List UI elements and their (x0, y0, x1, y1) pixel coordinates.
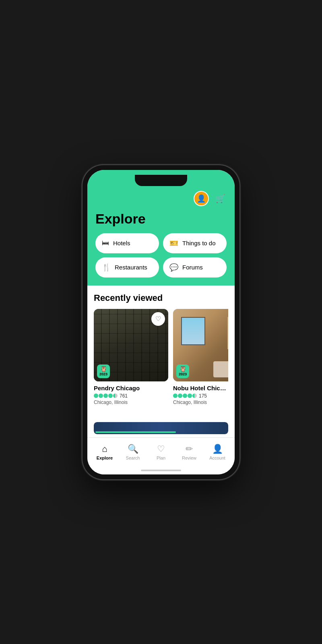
pendry-name: Pendry Chicago (94, 385, 168, 391)
nobu-location: Chicago, Illinois (173, 400, 228, 405)
star4 (108, 393, 113, 398)
nstar5 (192, 393, 197, 398)
review-nav-label: Review (182, 456, 196, 460)
room-window (181, 317, 205, 345)
explore-nav-label: Explore (97, 456, 113, 460)
avatar[interactable]: 👤 (194, 191, 209, 206)
nobu-image-wrap: 🦉 2023 (173, 309, 228, 381)
nobu-badge-year: 2023 (179, 373, 187, 377)
pendry-stars (94, 393, 118, 398)
nstar4 (188, 393, 192, 398)
review-icon: ✏ (186, 444, 193, 454)
cart-icon[interactable]: 🛒 (214, 192, 227, 205)
nav-explore[interactable]: ⌂ Explore (91, 441, 119, 463)
page-title: Explore (95, 211, 227, 227)
home-indicator (87, 466, 235, 474)
hotel-card-pendry[interactable]: ♡ 🦉 2023 Pendry Chicago (94, 309, 168, 405)
badge-owl-icon: 🦉 (100, 366, 107, 372)
nobu-badge-owl-icon: 🦉 (180, 366, 186, 372)
pendry-favorite-btn[interactable]: ♡ (151, 312, 165, 326)
star5 (113, 393, 118, 398)
star1 (94, 393, 98, 398)
room-curtain (227, 317, 228, 349)
pendry-rating: 761 (94, 393, 168, 399)
scroll-area (87, 417, 235, 437)
nav-account[interactable]: 👤 Account (203, 441, 231, 463)
nstar1 (173, 393, 178, 398)
nobu-rating: 175 (173, 393, 228, 399)
restaurants-icon: 🍴 (102, 263, 111, 272)
restaurants-label: Restaurants (115, 264, 147, 271)
category-forums[interactable]: 💬 Forums (163, 257, 227, 277)
scroll-bar-container (94, 422, 228, 434)
hotels-label: Hotels (113, 240, 130, 246)
pendry-image-wrap: ♡ 🦉 2023 (94, 309, 168, 381)
phone-screen: 👤 🛒 Explore 🛏 Hotels 🎫 Things to do 🍴 Re… (87, 170, 235, 474)
star3 (103, 393, 108, 398)
hotel-cards-row: ♡ 🦉 2023 Pendry Chicago (94, 309, 228, 410)
forums-icon: 💬 (169, 263, 178, 272)
main-content[interactable]: Recently viewed ♡ 🦉 2023 Pendry Ch (87, 286, 235, 417)
explore-icon: ⌂ (102, 444, 107, 454)
star2 (99, 393, 103, 398)
category-restaurants[interactable]: 🍴 Restaurants (95, 257, 159, 277)
header-top: 👤 🛒 (95, 191, 227, 206)
plan-nav-label: Plan (157, 456, 165, 460)
hotel-card-nobu[interactable]: 🦉 2023 Nobu Hotel Chic… 175 (173, 309, 228, 405)
category-grid: 🛏 Hotels 🎫 Things to do 🍴 Restaurants 💬 … (95, 233, 227, 277)
phone-frame: 👤 🛒 Explore 🛏 Hotels 🎫 Things to do 🍴 Re… (83, 165, 239, 479)
recently-viewed-title: Recently viewed (94, 293, 228, 303)
pendry-location: Chicago, Illinois (94, 400, 168, 405)
category-things-to-do[interactable]: 🎫 Things to do (163, 233, 227, 253)
nobu-name: Nobu Hotel Chic… (173, 385, 228, 391)
bottom-nav: ⌂ Explore 🔍 Search ♡ Plan ✏ Review 👤 Acc… (87, 437, 235, 466)
nstar2 (178, 393, 182, 398)
things-icon: 🎫 (169, 239, 178, 248)
nav-search[interactable]: 🔍 Search (119, 441, 147, 463)
category-hotels[interactable]: 🛏 Hotels (95, 233, 159, 253)
pendry-badge-year: 2023 (99, 373, 107, 377)
search-icon: 🔍 (128, 444, 138, 454)
room-bed (213, 361, 228, 377)
pendry-review-count: 761 (120, 393, 128, 399)
nobu-award-badge: 🦉 2023 (176, 364, 189, 378)
account-icon: 👤 (212, 444, 223, 454)
home-bar (141, 470, 181, 471)
pendry-award-badge: 🦉 2023 (97, 364, 110, 378)
nav-review[interactable]: ✏ Review (175, 441, 203, 463)
plan-icon: ♡ (157, 444, 165, 454)
nav-plan[interactable]: ♡ Plan (147, 441, 175, 463)
hotels-icon: 🛏 (102, 239, 109, 247)
nobu-stars (173, 393, 197, 398)
search-nav-label: Search (126, 456, 140, 460)
nstar3 (183, 393, 187, 398)
forums-label: Forums (182, 264, 203, 271)
notch (135, 175, 187, 186)
scroll-indicator (95, 431, 176, 433)
header: 👤 🛒 Explore 🛏 Hotels 🎫 Things to do 🍴 Re… (87, 188, 235, 286)
things-label: Things to do (182, 240, 216, 246)
account-nav-label: Account (209, 456, 225, 460)
nobu-review-count: 175 (199, 393, 207, 399)
